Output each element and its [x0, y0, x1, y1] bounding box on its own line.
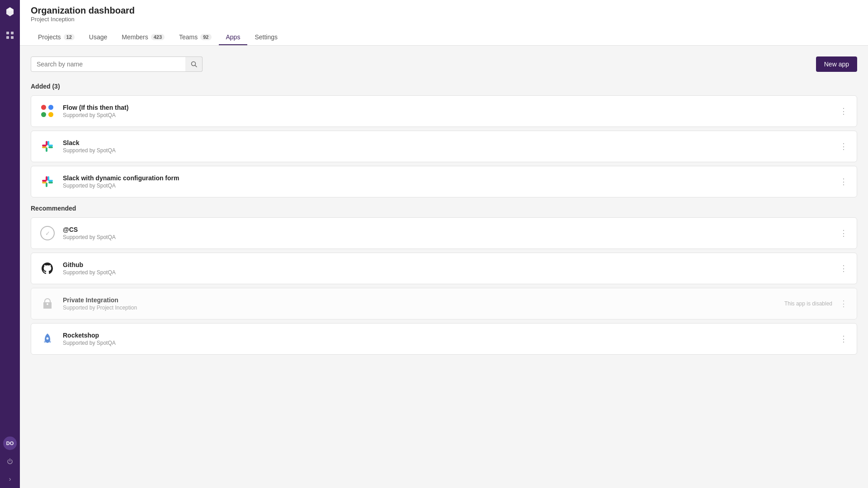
tab-apps[interactable]: Apps [219, 30, 248, 45]
svg-rect-19 [48, 180, 53, 182]
app-support: Supported by SpotQA [63, 112, 838, 118]
tab-members-badge: 423 [151, 34, 165, 40]
tab-projects[interactable]: Projects 12 [31, 30, 82, 45]
new-app-button[interactable]: New app [816, 56, 857, 72]
list-item: Github Supported by SpotQA ⋮ [31, 253, 857, 284]
app-info: Slack Supported by SpotQA [63, 139, 838, 154]
added-section-title: Added (3) [31, 83, 857, 90]
list-item: Slack with dynamic configuration form Su… [31, 166, 857, 197]
app-menu-button[interactable]: ⋮ [838, 333, 849, 345]
svg-rect-15 [42, 180, 47, 182]
tab-teams-label: Teams [179, 33, 198, 41]
app-menu-button[interactable]: ⋮ [838, 227, 849, 239]
search-input[interactable] [31, 56, 203, 72]
app-info: Rocketshop Supported by SpotQA [63, 332, 838, 346]
svg-rect-7 [42, 145, 47, 146]
added-section: Added (3) Flow (If this then that) Suppo… [31, 83, 857, 197]
github-icon [38, 259, 57, 277]
private-integration-icon [38, 295, 57, 313]
app-info: @CS Supported by SpotQA [63, 226, 838, 240]
app-actions: This app is disabled ⋮ [784, 298, 849, 310]
sidebar-item-dashboard[interactable] [2, 27, 18, 43]
tab-teams[interactable]: Teams 92 [172, 30, 218, 45]
tab-usage[interactable]: Usage [82, 30, 114, 45]
list-item: Private Integration Supported by Project… [31, 288, 857, 319]
app-support: Supported by SpotQA [63, 269, 838, 276]
svg-point-23 [47, 338, 49, 340]
app-name: Slack with dynamic configuration form [63, 174, 838, 182]
app-actions: ⋮ [838, 227, 849, 239]
tab-members-label: Members [122, 33, 148, 41]
tab-bar: Projects 12 Usage Members 423 Teams 92 A… [31, 30, 857, 45]
app-info: Flow (If this then that) Supported by Sp… [63, 104, 838, 118]
slack-dynamic-icon [38, 173, 57, 191]
app-logo[interactable] [4, 5, 16, 18]
search-icon [191, 61, 197, 67]
app-info: Slack with dynamic configuration form Su… [63, 174, 838, 189]
app-info: Private Integration Supported by Project… [63, 296, 784, 311]
app-menu-button[interactable]: ⋮ [838, 141, 849, 152]
tab-settings-label: Settings [255, 33, 278, 41]
app-support: Supported by SpotQA [63, 147, 838, 154]
search-button[interactable] [185, 56, 203, 72]
app-actions: ⋮ [838, 333, 849, 345]
list-item: Rocketshop Supported by SpotQA ⋮ [31, 323, 857, 355]
svg-rect-1 [11, 32, 14, 34]
disabled-label: This app is disabled [784, 300, 832, 307]
avatar[interactable]: DO [3, 436, 17, 450]
app-name: Slack [63, 139, 838, 146]
svg-rect-17 [48, 182, 53, 183]
power-icon[interactable] [2, 454, 18, 470]
app-support: Supported by SpotQA [63, 183, 838, 189]
app-support: Supported by SpotQA [63, 234, 838, 240]
sidebar-bottom: DO › [2, 436, 18, 483]
sidebar: DO › [0, 0, 20, 488]
app-name: Flow (If this then that) [63, 104, 838, 111]
main-content: Organization dashboard Project Inception… [20, 0, 868, 488]
rocketshop-icon [38, 330, 57, 348]
app-name: Private Integration [63, 296, 784, 304]
slack-icon [38, 137, 57, 155]
svg-rect-20 [42, 182, 47, 183]
app-menu-button[interactable]: ⋮ [838, 263, 849, 274]
recommended-section: Recommended ✓ @CS Supported by SpotQA ⋮ [31, 205, 857, 355]
list-item: ✓ @CS Supported by SpotQA ⋮ [31, 217, 857, 249]
list-item: Flow (If this then that) Supported by Sp… [31, 95, 857, 127]
tab-members[interactable]: Members 423 [114, 30, 172, 45]
svg-rect-2 [6, 36, 9, 39]
svg-rect-11 [48, 145, 53, 146]
content-area: New app Added (3) Flow (If this then tha… [20, 46, 868, 488]
app-actions: ⋮ [838, 141, 849, 152]
page-title: Organization dashboard [31, 5, 135, 16]
tab-teams-badge: 92 [200, 34, 211, 40]
svg-rect-0 [6, 32, 9, 34]
flow-icon [38, 102, 57, 120]
cs-icon: ✓ [38, 224, 57, 242]
search-row: New app [31, 56, 857, 72]
tab-settings[interactable]: Settings [247, 30, 285, 45]
app-actions: ⋮ [838, 105, 849, 117]
help-icon[interactable]: ? [847, 5, 857, 15]
app-menu-button[interactable]: ⋮ [838, 105, 849, 117]
topbar: Organization dashboard Project Inception… [20, 0, 868, 46]
app-actions: ⋮ [838, 263, 849, 274]
app-name: @CS [63, 226, 838, 233]
recommended-section-title: Recommended [31, 205, 857, 212]
expand-sidebar-icon[interactable]: › [9, 475, 11, 483]
search-wrapper [31, 56, 203, 72]
app-actions: ⋮ [838, 176, 849, 188]
list-item: Slack Supported by SpotQA ⋮ [31, 131, 857, 162]
tab-projects-label: Projects [38, 33, 61, 41]
app-support: Supported by Project Inception [63, 305, 784, 311]
page-subtitle: Project Inception [31, 16, 135, 23]
app-name: Rocketshop [63, 332, 838, 339]
svg-line-5 [195, 66, 197, 67]
tab-projects-badge: 12 [64, 34, 75, 40]
svg-rect-9 [48, 146, 53, 148]
tab-usage-label: Usage [89, 33, 107, 41]
app-menu-button[interactable]: ⋮ [838, 176, 849, 188]
app-menu-button[interactable]: ⋮ [838, 298, 849, 310]
app-support: Supported by SpotQA [63, 340, 838, 346]
svg-rect-3 [11, 36, 14, 39]
app-name: Github [63, 261, 838, 268]
